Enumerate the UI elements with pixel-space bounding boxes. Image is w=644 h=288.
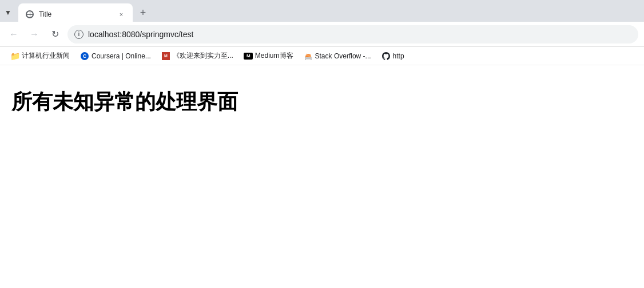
browser-chrome: ▼ Title × + ← → ↻ i localhost:8080/sprin… xyxy=(0,0,644,65)
bookmark-item-mksz[interactable]: M 《欢迎来到实力至... xyxy=(157,49,238,62)
coursera-favicon: C xyxy=(80,52,89,61)
svg-line-2 xyxy=(305,56,311,57)
bookmark-item-coursera[interactable]: C Coursera | Online... xyxy=(75,50,156,62)
medium-favicon: M xyxy=(244,52,253,61)
svg-line-4 xyxy=(306,54,311,55)
bookmark-item-medium[interactable]: M Medium博客 xyxy=(239,49,298,62)
bookmark-item-stackoverflow[interactable]: Stack Overflow -... xyxy=(299,50,376,62)
bookmark-label: Medium博客 xyxy=(255,51,293,61)
active-tab[interactable]: Title × xyxy=(18,3,133,22)
back-button[interactable]: ← xyxy=(6,26,22,42)
bookmark-item-folder[interactable]: 📁 计算机行业新闻 xyxy=(6,49,74,62)
bookmark-item-github[interactable]: http xyxy=(377,50,409,62)
tab-bar-left: ▼ xyxy=(2,7,18,18)
page-content: 所有未知异常的处理界面 xyxy=(0,65,644,260)
navigation-bar: ← → ↻ i localhost:8080/springmvc/test xyxy=(0,22,644,47)
tab-favicon xyxy=(25,10,34,19)
url-text: localhost:8080/springmvc/test xyxy=(88,30,631,39)
tab-close-button[interactable]: × xyxy=(117,10,126,19)
folder-icon: 📁 xyxy=(10,52,19,61)
github-favicon xyxy=(381,52,391,61)
forward-button[interactable]: → xyxy=(26,26,42,42)
tab-title: Title xyxy=(39,10,112,18)
stackoverflow-favicon xyxy=(304,52,313,61)
tab-dropdown-arrow[interactable]: ▼ xyxy=(2,7,14,18)
svg-rect-1 xyxy=(306,58,311,59)
tab-bar: ▼ Title × + xyxy=(0,0,644,22)
bookmark-label: Stack Overflow -... xyxy=(315,52,371,60)
mksz-favicon: M xyxy=(161,52,170,61)
bookmarks-bar: 📁 计算机行业新闻 C Coursera | Online... M 《欢迎来到… xyxy=(0,47,644,65)
page-heading: 所有未知异常的处理界面 xyxy=(11,88,633,116)
globe-icon xyxy=(26,10,34,18)
svg-line-3 xyxy=(305,55,311,56)
bookmark-label: http xyxy=(393,52,404,60)
reload-button[interactable]: ↻ xyxy=(47,26,63,42)
new-tab-button[interactable]: + xyxy=(135,5,151,21)
address-bar[interactable]: i localhost:8080/springmvc/test xyxy=(67,25,638,44)
info-icon: i xyxy=(74,30,84,39)
bookmark-label: 《欢迎来到实力至... xyxy=(173,51,233,61)
bookmark-label: Coursera | Online... xyxy=(92,52,151,60)
bookmark-label: 计算机行业新闻 xyxy=(22,51,70,61)
